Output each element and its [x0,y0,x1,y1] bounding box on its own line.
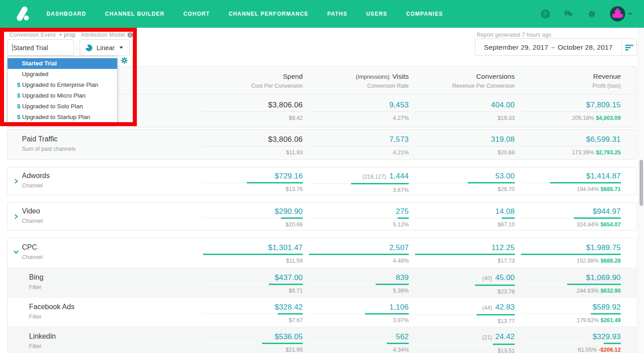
info-icon[interactable]: i [127,32,133,38]
row-title[interactable]: Bing [29,273,197,281]
metric-value[interactable]: $329.93 [593,332,621,341]
metric-cell: 2,5074.48% [303,243,409,268]
metric-value[interactable]: 42.83 [495,303,515,311]
date-separator: – [551,43,555,51]
metric-value[interactable]: $1,301.47 [268,243,303,252]
metric-value[interactable]: $729.16 [275,172,303,180]
metric-bar-fill [398,217,409,219]
metric-value-line: 275 [309,207,409,216]
metric-value[interactable]: $1,989.75 [586,243,621,252]
help-icon[interactable]: ? [540,9,550,19]
metric-value[interactable]: $290.90 [275,207,303,216]
metric-sub-amount: $13.77 [498,318,515,324]
metric-value[interactable]: 45.00 [495,273,515,282]
nav-item-cohort[interactable]: COHORT [183,11,210,17]
metric-value[interactable]: $6,599.31 [586,135,621,144]
metric-value[interactable]: 2,507 [389,243,409,252]
scrollbar-track[interactable] [638,28,644,353]
metric-value[interactable]: 1,106 [389,303,409,311]
metric-value[interactable]: 24.42 [495,332,515,341]
metric-value[interactable]: 14.08 [495,207,515,216]
metric-value-line: 7,573 [309,135,409,144]
nav-item-channel-performance[interactable]: CHANNEL PERFORMANCE [229,11,309,17]
metric-bar-track [309,145,409,147]
metric-value[interactable]: $437.00 [275,273,303,282]
metric-sub-percent: 173.39% [572,149,594,156]
row-name-block: BingFilter [8,273,197,297]
settings-gear-icon[interactable] [587,9,597,19]
metric-value[interactable]: $944.97 [593,207,621,216]
metric-value[interactable]: $7,809.15 [586,101,621,109]
dropdown-item[interactable]: $Upgraded to Enterprise Plan [8,80,117,90]
metric-value-line: (21)24.42 [415,332,515,342]
metric-subvalue: 152.88%$688.28 [521,258,621,264]
dropdown-item[interactable]: $Upgraded to Solo Plan [8,101,117,112]
metric-value[interactable]: 319.08 [491,135,515,144]
metric-value[interactable]: 9,453 [389,101,409,109]
chat-icon[interactable] [564,9,573,19]
row-title[interactable]: Paid Traffic [22,135,197,143]
metric-bar-track [309,183,409,184]
metric-cell: $729.16$13.76 [197,172,303,195]
row-title[interactable]: CPC [22,243,197,251]
chevron-right-icon[interactable] [13,178,19,184]
attribution-model-dropdown[interactable]: Linear [80,39,130,56]
nav-item-channel-builder[interactable]: CHANNEL BUILDER [105,11,165,17]
metric-value[interactable]: 112.25 [491,243,515,252]
metric-bar-track [521,145,621,147]
user-menu[interactable] [610,6,632,21]
nav-item-users[interactable]: USERS [366,11,387,17]
nav-item-companies[interactable]: COMPANIES [406,11,443,17]
metric-value[interactable]: 53.00 [495,172,515,180]
report-generated-text: Report generated 7 hours ago [477,32,551,38]
add-prop-link[interactable]: + prop [59,32,76,38]
app-logo-icon[interactable] [13,5,31,23]
dropdown-item[interactable]: Started Trial [8,58,117,69]
metric-value[interactable]: 562 [396,332,409,341]
metric-value[interactable]: $328.42 [275,303,303,311]
metric-subvalue: 3.87% [309,317,409,323]
metric-cell: $536.05$21.95 [197,332,303,353]
header-column: SpendCost Per Conversion [197,72,303,89]
avatar[interactable] [610,6,625,21]
row-title[interactable]: Adwords [22,172,197,180]
metric-value[interactable]: $589.92 [593,303,621,311]
row-title[interactable]: Facebook Ads [29,303,197,311]
row-title[interactable]: Video [22,207,197,215]
metric-value-line: 14.08 [415,207,515,216]
metric-bar-fill [591,313,621,315]
row-subtitle: Channel [22,254,197,260]
metric-value[interactable]: 7,573 [389,135,409,144]
date-filter-icon[interactable] [621,39,636,55]
chevron-right-icon[interactable] [13,213,19,220]
metric-value[interactable]: 404.00 [491,101,515,109]
metric-bar-fill [475,285,515,286]
dollar-icon: $ [17,103,21,110]
metric-cell: $1,301.47$11.59 [197,243,303,268]
chevron-down-icon[interactable] [13,249,19,255]
metric-value[interactable]: 275 [396,207,409,216]
metric-bar-track [203,182,303,183]
dropdown-item[interactable]: $Upgraded to Startup Plan [8,112,117,123]
metric-cell: 9,4534.27% [303,101,409,127]
dropdown-item[interactable]: $Upgraded to Micro Plan [8,90,117,101]
metric-value[interactable]: $1,069.90 [586,273,621,282]
metric-sub-amount: 3.87% [393,317,409,323]
metric-value[interactable]: $536.05 [275,332,303,341]
metric-prefix: (44) [482,305,492,311]
metric-subvalue: $11.59 [203,258,303,264]
header-column-title: Spend [203,72,303,81]
header-column-subtitle: Revenue Per Conversion [415,83,515,89]
column-settings-gear-icon[interactable] [121,57,128,64]
conversion-event-input[interactable]: Started Trial [7,39,74,56]
date-range-picker[interactable]: September 29, 2017–October 28, 2017 [475,38,637,56]
scrollbar-thumb[interactable] [640,160,643,206]
dropdown-item[interactable]: Upgraded [8,69,117,80]
metric-value[interactable]: 839 [396,273,409,282]
metric-bar-track [309,343,409,344]
nav-item-paths[interactable]: PATHS [327,11,347,17]
metric-value[interactable]: 1,444 [389,172,409,180]
metric-value[interactable]: $1,414.87 [586,172,621,180]
nav-item-dashboard[interactable]: DASHBOARD [47,11,86,17]
row-title[interactable]: Linkedin [29,332,197,340]
